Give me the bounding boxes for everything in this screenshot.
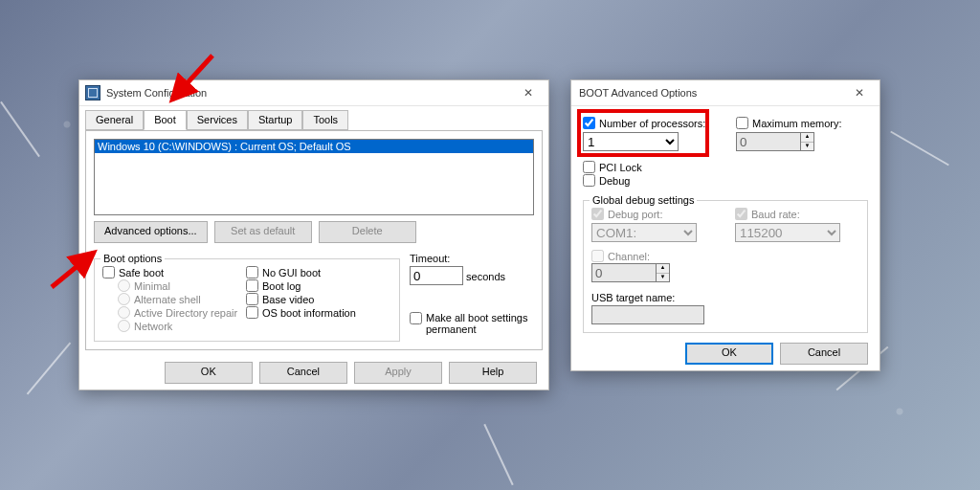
- boot-button-row: Advanced options... Set as default Delet…: [94, 221, 534, 243]
- safe-boot-checkbox[interactable]: Safe boot: [102, 266, 246, 278]
- ok-button[interactable]: OK: [685, 343, 773, 365]
- delete-button: Delete: [319, 221, 416, 243]
- osinfo-checkbox[interactable]: OS boot information: [246, 306, 356, 319]
- tab-boot[interactable]: Boot: [144, 110, 187, 130]
- titlebar: BOOT Advanced Options ✕: [571, 80, 880, 106]
- set-default-button: Set as default: [214, 221, 312, 243]
- apply-button: Apply: [354, 362, 442, 384]
- bootlog-checkbox[interactable]: Boot log: [246, 279, 356, 292]
- baud-rate-checkbox: Baud rate:: [735, 208, 840, 220]
- titlebar: System Configuration ✕: [79, 80, 548, 106]
- timeout-input[interactable]: [410, 266, 463, 285]
- dialog-button-row: OK Cancel Apply Help: [79, 356, 548, 390]
- usb-target-input: [591, 305, 704, 324]
- debug-checkbox[interactable]: Debug: [583, 174, 868, 187]
- boot-options-group: Boot options Safe boot Minimal Alternate…: [94, 258, 400, 342]
- close-button[interactable]: ✕: [512, 83, 545, 102]
- debug-port-checkbox: Debug port:: [591, 208, 716, 220]
- max-memory-checkbox[interactable]: Maximum memory:: [736, 117, 842, 129]
- no-gui-checkbox[interactable]: No GUI boot: [246, 266, 356, 278]
- tab-strip: GeneralBootServicesStartupTools: [79, 106, 548, 130]
- os-entry[interactable]: Windows 10 (C:\WINDOWS) : Current OS; De…: [95, 140, 533, 153]
- pci-lock-checkbox[interactable]: PCI Lock: [583, 161, 868, 173]
- os-listbox[interactable]: Windows 10 (C:\WINDOWS) : Current OS; De…: [94, 139, 534, 215]
- usb-target-label: USB target name:: [591, 292, 859, 303]
- timeout-unit: seconds: [466, 271, 505, 282]
- system-configuration-window: System Configuration ✕ GeneralBootServic…: [78, 79, 549, 390]
- dialog-button-row: OK Cancel: [571, 337, 880, 370]
- tab-startup[interactable]: Startup: [248, 110, 302, 130]
- close-button[interactable]: ✕: [843, 83, 876, 102]
- window-title: System Configuration: [106, 87, 512, 99]
- network-radio: Network: [118, 320, 246, 332]
- cancel-button[interactable]: Cancel: [259, 362, 347, 384]
- debug-port-select: COM1:: [591, 223, 697, 242]
- timeout-label: Timeout:: [410, 253, 534, 264]
- app-icon: [85, 85, 100, 100]
- global-debug-group: Global debug settings Debug port: COM1: …: [583, 200, 868, 333]
- adrepair-radio: Active Directory repair: [118, 306, 246, 319]
- cancel-button[interactable]: Cancel: [780, 343, 868, 365]
- help-button[interactable]: Help: [449, 362, 537, 384]
- advanced-options-button[interactable]: Advanced options...: [94, 221, 208, 243]
- tab-services[interactable]: Services: [187, 110, 248, 130]
- num-processors-checkbox[interactable]: Number of processors:: [583, 117, 717, 129]
- altshell-radio: Alternate shell: [118, 293, 246, 305]
- boot-tab-panel: Windows 10 (C:\WINDOWS) : Current OS; De…: [85, 130, 543, 350]
- channel-spin: ▲▼: [591, 263, 670, 282]
- window-title: BOOT Advanced Options: [577, 87, 843, 99]
- boot-options-legend: Boot options: [100, 253, 165, 264]
- max-memory-spin[interactable]: ▲▼: [736, 132, 814, 151]
- desktop-background: System Configuration ✕ GeneralBootServic…: [0, 0, 980, 490]
- channel-checkbox: Channel:: [591, 250, 716, 262]
- tab-general[interactable]: General: [85, 110, 144, 130]
- minimal-radio: Minimal: [118, 279, 246, 292]
- global-debug-legend: Global debug settings: [590, 194, 697, 206]
- boot-advanced-options-window: BOOT Advanced Options ✕ Number of proces…: [570, 79, 880, 371]
- baud-rate-select: 115200: [735, 223, 840, 242]
- num-processors-select[interactable]: 1: [583, 132, 679, 151]
- tab-tools[interactable]: Tools: [302, 110, 348, 130]
- permanent-checkbox[interactable]: Make all boot settings permanent: [410, 312, 534, 335]
- ok-button[interactable]: OK: [165, 362, 253, 384]
- basevideo-checkbox[interactable]: Base video: [246, 293, 356, 305]
